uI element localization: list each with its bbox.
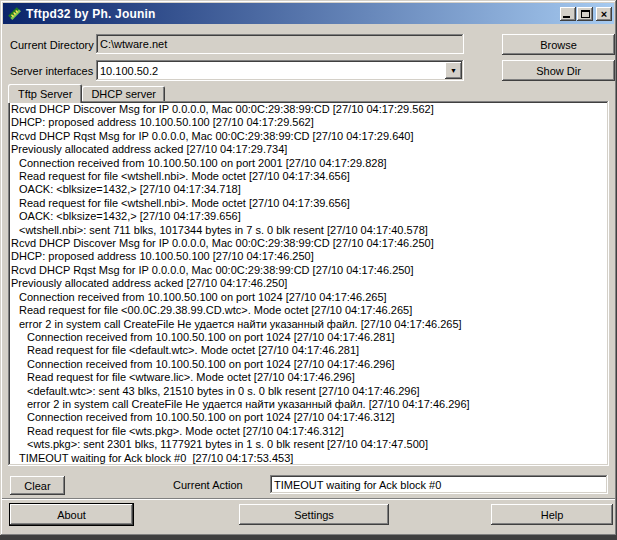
log-line[interactable]: DHCP: proposed address 10.100.50.100 [27… — [8, 250, 609, 263]
log-line[interactable]: Connection received from 10.100.50.100 o… — [8, 331, 609, 344]
log-line[interactable]: <default.wtc>: sent 43 blks, 21510 bytes… — [8, 385, 609, 398]
log-area[interactable]: Rcvd DHCP Discover Msg for IP 0.0.0.0, M… — [8, 101, 609, 466]
log-line[interactable]: TIMEOUT waiting for Ack block #0 [27/10 … — [8, 452, 609, 465]
settings-button[interactable]: Settings — [239, 504, 389, 525]
window-title: Tftpd32 by Ph. Jounin — [26, 7, 559, 21]
log-line[interactable]: Connection received from 10.100.50.100 o… — [8, 157, 609, 170]
log-line[interactable]: OACK: <blksize=1432,> [27/10 04:17:34.71… — [8, 183, 609, 196]
log-line[interactable]: Read request for file <wtshell.nbi>. Mod… — [8, 170, 609, 183]
current-action-label: Current Action — [173, 479, 243, 491]
log-line[interactable]: Rcvd DHCP Discover Msg for IP 0.0.0.0, M… — [8, 237, 609, 250]
help-button[interactable]: Help — [491, 504, 613, 525]
log-line[interactable]: error 2 in system call CreateFile Не уда… — [8, 398, 609, 411]
maximize-icon — [581, 10, 590, 18]
minimize-icon — [563, 16, 570, 18]
tftpd32-window: Tftpd32 by Ph. Jounin × Current Director… — [0, 0, 617, 536]
log-line[interactable]: Connection received from 10.100.50.100 o… — [8, 358, 609, 371]
maximize-button[interactable] — [577, 7, 593, 21]
log-line[interactable]: Read request for file <wtware.lic>. Mode… — [8, 371, 609, 384]
title-bar[interactable]: Tftpd32 by Ph. Jounin × — [3, 3, 614, 24]
close-icon: × — [601, 9, 607, 19]
close-button[interactable]: × — [596, 7, 612, 21]
log-line[interactable]: Previously allocated address acked [27/1… — [8, 143, 609, 156]
about-button[interactable]: About — [9, 503, 134, 526]
clear-button[interactable]: Clear — [10, 476, 65, 495]
current-action-field: TIMEOUT waiting for Ack block #0 — [270, 475, 608, 494]
tab-bar: Tftp ServerDHCP server — [8, 83, 165, 102]
log-line[interactable]: <wts.pkg>: sent 2301 blks, 1177921 bytes… — [8, 438, 609, 451]
log-line[interactable]: error 2 in system call CreateFile Не уда… — [8, 318, 609, 331]
log-line[interactable]: Connection received from 10.100.50.100 o… — [8, 291, 609, 304]
tab-tftp-server[interactable]: Tftp Server — [8, 84, 82, 103]
window-controls: × — [559, 7, 612, 21]
app-icon[interactable] — [6, 6, 22, 22]
combobox-dropdown-button[interactable]: ▼ — [445, 62, 462, 79]
log-line[interactable]: DHCP: proposed address 10.100.50.100 [27… — [8, 116, 609, 129]
separator-line — [2, 498, 615, 500]
log-line[interactable]: Rcvd DHCP Rqst Msg for IP 0.0.0.0, Mac 0… — [8, 264, 609, 277]
log-line[interactable]: Read request for file <00.0C.29.38.99.CD… — [8, 304, 609, 317]
log-line[interactable]: Rcvd DHCP Rqst Msg for IP 0.0.0.0, Mac 0… — [8, 130, 609, 143]
server-interfaces-combobox[interactable]: 10.100.50.2 ▼ — [96, 60, 464, 81]
log-line[interactable]: Read request for file <default.wtc>. Mod… — [8, 344, 609, 357]
log-line[interactable]: Rcvd DHCP Discover Msg for IP 0.0.0.0, M… — [8, 103, 609, 116]
show-dir-button[interactable]: Show Dir — [502, 60, 615, 81]
log-line[interactable]: <wtshell.nbi>: sent 711 blks, 1017344 by… — [8, 224, 609, 237]
log-line[interactable]: Connection received from 10.100.50.100 o… — [8, 411, 609, 424]
log-line[interactable]: Read request for file <wts.pkg>. Mode oc… — [8, 425, 609, 438]
current-directory-field[interactable]: C:\wtware.net — [96, 34, 464, 54]
chevron-down-icon: ▼ — [450, 67, 457, 74]
log-line[interactable]: OACK: <blksize=1432,> [27/10 04:17:39.65… — [8, 210, 609, 223]
server-interfaces-label: Server interfaces — [10, 65, 93, 77]
log-line[interactable]: Read request for file <wtshell.nbi>. Mod… — [8, 197, 609, 210]
tab-dhcp-server[interactable]: DHCP server — [82, 86, 165, 102]
log-line[interactable]: Previously allocated address acked [27/1… — [8, 277, 609, 290]
minimize-button[interactable] — [560, 7, 576, 21]
current-directory-label: Current Directory — [10, 39, 94, 51]
browse-button[interactable]: Browse — [502, 34, 615, 55]
server-interfaces-value: 10.100.50.2 — [100, 65, 158, 77]
